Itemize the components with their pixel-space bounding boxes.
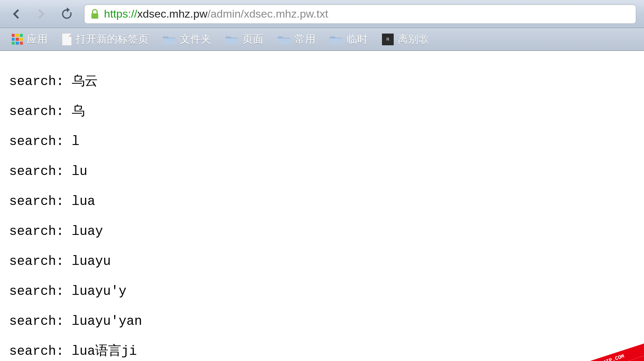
browser-toolbar: https://xdsec.mhz.pw/admin/xdsec.mhz.pw.… <box>0 0 644 28</box>
bookmark-item[interactable]: 打开新的标签页 <box>56 31 154 48</box>
log-line: search: 乌云 <box>9 74 635 89</box>
bookmark-item[interactable]: 页面 <box>220 31 269 48</box>
bookmark-item[interactable]: 文件夹 <box>157 31 217 48</box>
apps-label: 应用 <box>27 32 48 47</box>
bookmark-label: 页面 <box>242 32 263 47</box>
url-host: xdsec.mhz.pw <box>137 7 207 20</box>
reload-button[interactable] <box>59 6 75 22</box>
log-line: search: lua语言ji <box>9 344 635 359</box>
folder-icon <box>226 35 239 44</box>
url-path: /admin/xdsec.mhz.pw.txt <box>207 7 328 20</box>
bookmark-item[interactable]: R 离别歌 <box>376 31 435 48</box>
folder-icon <box>278 35 291 44</box>
log-line: search: 乌 <box>9 104 635 119</box>
bookmark-label: 常用 <box>295 32 315 47</box>
forward-button[interactable] <box>33 6 50 22</box>
favicon-icon: R <box>382 34 394 45</box>
log-line: search: luayu'y <box>9 284 635 299</box>
log-line: search: lua <box>9 194 635 209</box>
log-line: search: l <box>9 134 635 149</box>
bookmark-item[interactable]: 常用 <box>272 31 321 48</box>
apps-icon <box>12 34 23 45</box>
url-text: https://xdsec.mhz.pw/admin/xdsec.mhz.pw.… <box>104 7 328 20</box>
svg-rect-0 <box>91 13 98 18</box>
back-button[interactable] <box>8 6 24 22</box>
bookmark-item[interactable]: 临时 <box>324 31 373 48</box>
log-line: search: luayu <box>9 254 635 269</box>
bookmark-label: 文件夹 <box>180 32 211 47</box>
log-line: search: lu <box>9 164 635 179</box>
page-icon <box>62 33 72 46</box>
bookmark-label: 打开新的标签页 <box>76 32 149 47</box>
folder-icon <box>330 35 343 44</box>
bookmarks-bar: 应用 打开新的标签页 文件夹 页面 常用 临时 R 离别歌 <box>0 28 644 51</box>
folder-icon <box>163 35 176 44</box>
apps-button[interactable]: 应用 <box>6 31 53 48</box>
lock-icon <box>90 9 99 19</box>
page-content: search: 乌云 search: 乌 search: l search: l… <box>0 51 644 361</box>
url-scheme: https <box>104 7 128 20</box>
bookmark-label: 离别歌 <box>398 32 429 47</box>
log-line: search: luay <box>9 224 635 239</box>
log-line: search: luayu'yan <box>9 314 635 329</box>
bookmark-label: 临时 <box>347 32 368 47</box>
address-bar[interactable]: https://xdsec.mhz.pw/admin/xdsec.mhz.pw.… <box>84 4 636 24</box>
